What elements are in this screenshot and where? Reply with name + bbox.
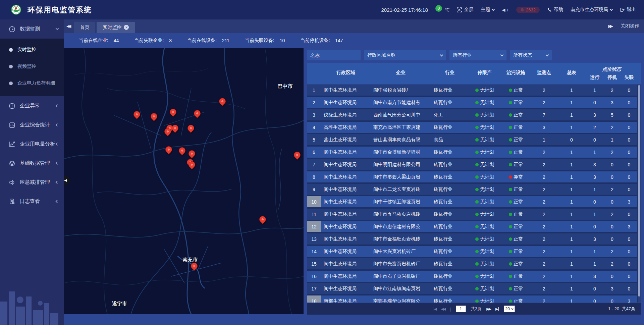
table-row[interactable]: 11 阆中生态环境局 阆中市五马桥页岩机砖 砖瓦行业 无计划 正常 2 1 1 …	[307, 209, 637, 220]
sidebar-item-alert[interactable]: 企业异常	[0, 96, 64, 115]
cell-company: 阆中市石子页岩机砖厂	[371, 271, 431, 282]
table-row[interactable]: 8 阆中生态环境局 阆中市枣碧大梁山页岩 砖瓦行业 无计划 异常 2 1 3 0…	[307, 171, 637, 182]
cell-meter: 1	[557, 233, 586, 245]
sidebar-item-log[interactable]: 日志查看	[0, 192, 64, 211]
gauge-icon	[9, 26, 15, 33]
chevron-left-icon	[56, 104, 59, 108]
table-row[interactable]: 17 阆中生态环境局 阆中市江南镇阆南页岩 砖瓦行业 无计划 正常 2 1 0 …	[307, 283, 637, 294]
cell-halt: 3	[603, 283, 621, 294]
tab-home[interactable]: 首页	[74, 22, 95, 33]
cell-region: 南部生态环境局	[321, 295, 371, 303]
table-row[interactable]: 2 阆中生态环境局 阆中市南方节能建材有 砖瓦行业 无计划 正常 2 1 0 3…	[307, 97, 637, 108]
cell-lost: 0	[621, 109, 637, 120]
map-panel[interactable]: 巴中市南充市遂宁市 ◀	[64, 48, 304, 314]
cell-stop: 无计划	[469, 159, 501, 170]
close-operations-button[interactable]: 关闭操作	[621, 23, 639, 29]
name-filter-input[interactable]	[310, 53, 357, 58]
table-row[interactable]: 4 高坪生态环境局 南充市高坪区王家店建 砖瓦行业 无计划 正常 3 1 2 2…	[307, 122, 637, 133]
cell-run: 1	[586, 147, 603, 158]
cell-run: 1	[586, 258, 603, 269]
help-button[interactable]: 帮助	[547, 7, 563, 13]
status-dot-icon	[475, 126, 479, 129]
help-label: 帮助	[554, 7, 563, 13]
cell-monitor: 2	[531, 258, 557, 269]
org-dropdown[interactable]: 南充市生态环境局	[571, 7, 612, 13]
last-page-button[interactable]: ▶	[495, 307, 499, 311]
app-logo-icon	[11, 5, 21, 15]
sidebar-item-stats[interactable]: 企业综合统计	[0, 115, 64, 134]
fullscreen-icon	[457, 7, 462, 12]
sidebar-item-megaphone[interactable]: 应急减排管理	[0, 173, 64, 192]
chevron-left-icon	[56, 162, 59, 165]
cell-region: 阆中生态环境局	[321, 209, 371, 220]
table-row[interactable]: 12 阆中生态环境局 阆中市忠信建材有限公 砖瓦行业 无计划 正常 2 1 0 …	[307, 221, 637, 232]
chevron-left-icon	[56, 143, 59, 146]
table-row[interactable]: 16 阆中生态环境局 阆中市石子页岩机砖厂 砖瓦行业 无计划 正常 2 1 3 …	[307, 271, 637, 282]
cell-facility: 正常	[501, 209, 531, 220]
table-row[interactable]: 14 阆中生态环境局 阆中大兴页岩机砖厂 砖瓦行业 无计划 正常 2 1 1 2…	[307, 246, 637, 257]
table-row[interactable]: 10 阆中生态环境局 阆中千佛镇五郎垭页岩 砖瓦行业 无计划 正常 2 1 0 …	[307, 196, 637, 207]
table-row[interactable]: 18 南部生态环境局 南部县瑞华页岩有限公 砖瓦行业 无计划 正常 2 1 0 …	[307, 295, 637, 303]
industry-filter-select[interactable]: 所有行业	[449, 50, 506, 60]
tabs-scroll-right-icon[interactable]: ▶▶	[608, 24, 612, 29]
region-filter-value: 行政区域名称	[367, 52, 395, 58]
cell-stop: 无计划	[469, 147, 501, 158]
cell-company: 营山县润丰肉食品有限	[371, 134, 431, 145]
cell-run: 1	[586, 184, 603, 195]
cell-index: 10	[307, 196, 321, 207]
fullscreen-button[interactable]: 全屏	[457, 7, 473, 13]
sidebar-subitem[interactable]: 实时监控	[0, 41, 64, 58]
cell-halt: 0	[603, 221, 621, 232]
sidebar-submenu: 实时监控 视频监控 企业电力负荷明细	[0, 39, 64, 96]
sidebar-item-layers[interactable]: 基础数据管理	[0, 154, 64, 173]
cell-stop: 无计划	[469, 233, 501, 245]
sound-button[interactable]: ◀❙	[502, 7, 509, 12]
cell-stop: 无计划	[469, 271, 501, 282]
tab-bar: ◀◀ 首页 实时监控 × ▶▶ 关闭操作	[64, 19, 644, 33]
cell-facility: 正常	[501, 184, 531, 195]
theme-dropdown[interactable]: 主题	[481, 7, 494, 13]
table-row[interactable]: 6 阆中生态环境局 阆中市金博瑞新型墙材 砖瓦行业 无计划 正常 2 1 1 2…	[307, 147, 637, 158]
cell-meter: 1	[557, 85, 586, 96]
cell-company: 阆中强锐页岩砖厂	[371, 85, 431, 96]
sidebar-subitem[interactable]: 企业电力负荷明细	[0, 75, 64, 92]
cell-lost: 3	[621, 221, 637, 232]
prev-page-button[interactable]: ◀◀	[441, 307, 445, 311]
sidebar-item-data-monitor[interactable]: 数据监测	[0, 19, 64, 39]
table-row[interactable]: 9 阆中生态环境局 阆中市二龙长宝页岩砖 砖瓦行业 无计划 正常 2 1 1 2…	[307, 184, 637, 195]
tab-realtime-monitor[interactable]: 实时监控 ×	[97, 22, 135, 33]
page-size-select[interactable]: 20	[504, 306, 515, 312]
status-filter-select[interactable]: 所有状态	[510, 50, 552, 60]
sidebar-item-chart[interactable]: 企业用电量分析	[0, 134, 64, 154]
sidebar-subitem[interactable]: 视频监控	[0, 58, 64, 75]
cell-company: 阆中千佛镇五郎垭页岩	[371, 196, 431, 207]
next-page-button[interactable]: ▶▶	[486, 307, 491, 311]
message-count-pill[interactable]: 2632	[516, 7, 540, 13]
table-row[interactable]: 3 仪陇生态环境局 西南油气田分公司川中 化工 无计划 正常 7 1 3 5 0	[307, 109, 637, 120]
pager-separator: |	[450, 307, 451, 312]
scrollbar-thumb[interactable]	[638, 85, 640, 296]
tab-close-icon[interactable]: ×	[124, 25, 129, 30]
table-row[interactable]: 7 阆中生态环境局 阆中明阳建材有限公司 砖瓦行业 无计划 正常 2 1 3 0…	[307, 159, 637, 170]
first-page-button[interactable]: ◀	[433, 307, 436, 311]
status-dot-icon	[509, 213, 512, 216]
cell-run: 3	[586, 109, 603, 120]
cell-halt: 0	[603, 233, 621, 245]
table-row[interactable]: 13 阆中生态环境局 阆中市金福旺页岩机砖 砖瓦行业 无计划 正常 2 1 3 …	[307, 233, 637, 245]
logout-button[interactable]: 退出	[620, 7, 636, 13]
region-filter-select[interactable]: 行政区域名称	[364, 50, 446, 60]
table-scrollbar[interactable]	[638, 85, 641, 303]
status-dot-icon	[509, 89, 512, 92]
page-number-input[interactable]	[456, 306, 466, 312]
status-dot-icon	[475, 300, 479, 303]
cell-industry: 食品	[431, 134, 469, 145]
city-label: 巴中市	[278, 83, 293, 90]
table-row[interactable]: 1 阆中生态环境局 阆中强锐页岩砖厂 砖瓦行业 无计划 正常 2 1 1 2 0	[307, 85, 637, 96]
page-size-value: 20	[505, 307, 510, 311]
table-row[interactable]: 5 营山生态环境局 营山县润丰肉食品有限 食品 无计划 正常 1 0 0 1 0	[307, 134, 637, 145]
col-meter: 总表	[557, 63, 586, 83]
table-row[interactable]: 15 阆中生态环境局 阆中市光富页岩机砖厂 砖瓦行业 无计划 正常 2 1 1 …	[307, 258, 637, 269]
cell-index: 16	[307, 271, 321, 282]
cell-stop: 无计划	[469, 122, 501, 133]
tabs-scroll-left-icon[interactable]: ◀◀	[66, 24, 70, 29]
